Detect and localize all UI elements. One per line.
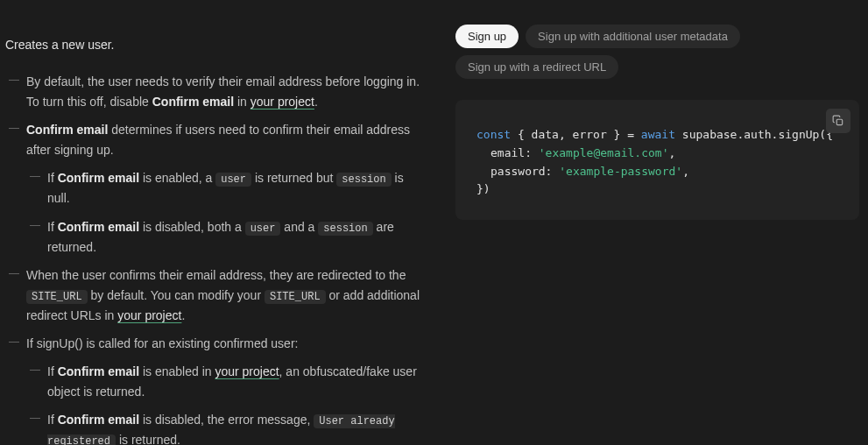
list-item: When the user confirms their email addre…	[5, 265, 420, 325]
your-project-link[interactable]: your project	[215, 364, 279, 378]
code-block: const { data, error } = await supabase.a…	[455, 100, 859, 220]
tab-sign-up-metadata[interactable]: Sign up with additional user metadata	[526, 25, 740, 48]
code-site-url: SITE_URL	[26, 290, 88, 304]
list-item: If Confirm email is enabled, a user is r…	[26, 168, 420, 208]
list-item: If signUp() is called for an existing co…	[5, 334, 420, 445]
svg-rect-0	[836, 119, 842, 124]
list-item: Confirm email determines if users need t…	[5, 120, 420, 257]
tab-sign-up[interactable]: Sign up	[455, 25, 519, 48]
list-item: If Confirm email is disabled, both a use…	[26, 217, 420, 258]
your-project-link[interactable]: your project	[117, 308, 181, 322]
code-tabs: Sign up Sign up with additional user met…	[455, 25, 859, 79]
code-session: session	[336, 173, 391, 187]
tab-sign-up-redirect[interactable]: Sign up with a redirect URL	[455, 55, 618, 79]
code-session: session	[318, 222, 372, 236]
doc-description: Creates a new user. By default, the user…	[0, 0, 420, 445]
list-item: If Confirm email is enabled in your proj…	[26, 362, 420, 401]
copy-icon	[832, 115, 844, 127]
notes-list: By default, the user needs to verify the…	[5, 72, 420, 445]
list-item: If Confirm email is disabled, the error …	[26, 410, 420, 445]
list-item: By default, the user needs to verify the…	[5, 72, 420, 111]
copy-button[interactable]	[826, 109, 850, 133]
code-site-url: SITE_URL	[265, 290, 326, 304]
code-user: user	[215, 173, 251, 187]
your-project-link[interactable]: your project	[251, 95, 314, 109]
code-content: const { data, error } = await supabase.a…	[476, 126, 838, 199]
code-user: user	[245, 222, 281, 236]
intro-text: Creates a new user.	[5, 35, 420, 54]
